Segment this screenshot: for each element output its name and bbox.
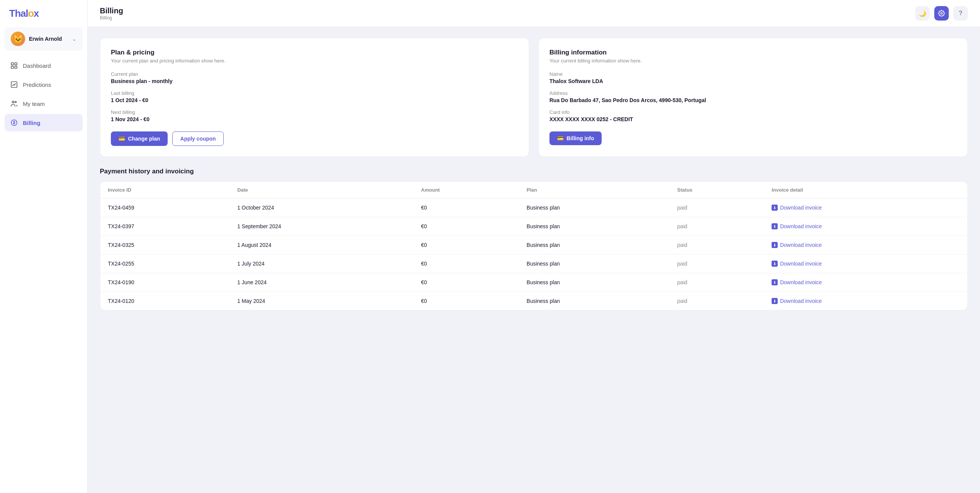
sidebar-item-my-team[interactable]: My team xyxy=(5,95,83,112)
cell-invoice-id: TX24-0325 xyxy=(100,236,230,255)
nav-list: Dashboard Predictions My team xyxy=(0,57,87,133)
download-icon: ⬇ xyxy=(772,261,778,267)
change-plan-button[interactable]: 💳 Change plan xyxy=(111,131,168,146)
content-area: Plan & pricing Your current plan and pri… xyxy=(88,27,980,493)
cell-invoice-id: TX24-0255 xyxy=(100,255,230,273)
last-billing-section: Last billing 1 Oct 2024 - €0 xyxy=(111,90,518,103)
billing-address-label: Address xyxy=(549,90,957,96)
download-icon: ⬇ xyxy=(772,279,778,285)
cell-date: 1 July 2024 xyxy=(230,255,413,273)
col-amount: Amount xyxy=(413,182,519,198)
svg-rect-3 xyxy=(15,66,17,69)
billing-icon xyxy=(10,118,18,127)
cards-row: Plan & pricing Your current plan and pri… xyxy=(100,38,968,157)
cell-amount: €0 xyxy=(413,292,519,311)
next-billing-value: 1 Nov 2024 - €0 xyxy=(111,116,518,122)
cell-invoice-detail: ⬇ Download invoice xyxy=(764,236,967,255)
svg-rect-0 xyxy=(11,63,14,65)
billing-address-value: Rua Do Barbado 47, Sao Pedro Dos Arcos, … xyxy=(549,97,957,103)
next-billing-label: Next billing xyxy=(111,109,518,115)
card-info-label: Card info xyxy=(549,109,957,115)
grid-icon xyxy=(10,61,18,70)
col-invoice-detail: Invoice detail xyxy=(764,182,967,198)
billing-info-button[interactable]: 💳 Billing info xyxy=(549,131,602,145)
cell-invoice-detail: ⬇ Download invoice xyxy=(764,255,967,273)
header-right: 🌙 ? xyxy=(915,6,968,21)
download-invoice-link[interactable]: ⬇ Download invoice xyxy=(772,261,960,267)
download-invoice-link[interactable]: ⬇ Download invoice xyxy=(772,205,960,211)
user-section[interactable]: 🐱 Erwin Arnold ⌄ xyxy=(5,27,83,51)
col-date: Date xyxy=(230,182,413,198)
change-plan-icon: 💳 xyxy=(118,136,125,142)
table-row: TX24-0325 1 August 2024 €0 Business plan… xyxy=(100,236,967,255)
breadcrumb: Billing xyxy=(100,15,123,21)
logo: Thalox xyxy=(0,0,87,27)
current-plan-label: Current plan xyxy=(111,71,518,77)
download-invoice-link[interactable]: ⬇ Download invoice xyxy=(772,223,960,229)
payment-history-title: Payment history and invoicing xyxy=(100,168,968,175)
cell-amount: €0 xyxy=(413,273,519,292)
download-icon: ⬇ xyxy=(772,298,778,304)
main-area: Billing Billing 🌙 ? Plan & pricing Your … xyxy=(88,0,980,493)
cell-amount: €0 xyxy=(413,217,519,236)
svg-point-5 xyxy=(12,101,14,103)
download-invoice-link[interactable]: ⬇ Download invoice xyxy=(772,242,960,248)
chart-icon xyxy=(10,80,18,89)
svg-point-8 xyxy=(941,13,943,14)
sidebar: Thalox 🐱 Erwin Arnold ⌄ Dashboard xyxy=(0,0,88,493)
sidebar-item-billing[interactable]: Billing xyxy=(5,114,83,131)
cell-plan: Business plan xyxy=(519,255,669,273)
current-plan-value: Business plan - monthly xyxy=(111,78,518,84)
cell-invoice-id: TX24-0120 xyxy=(100,292,230,311)
billing-name-value: Thalox Software LDA xyxy=(549,78,957,84)
billing-info-icon: 💳 xyxy=(557,135,564,141)
cell-status: paid xyxy=(669,198,764,217)
cell-plan: Business plan xyxy=(519,198,669,217)
invoices-table: Invoice ID Date Amount Plan Status Invoi… xyxy=(100,182,967,310)
cell-invoice-id: TX24-0190 xyxy=(100,273,230,292)
col-plan: Plan xyxy=(519,182,669,198)
billing-address-section: Address Rua Do Barbado 47, Sao Pedro Dos… xyxy=(549,90,957,103)
cell-date: 1 May 2024 xyxy=(230,292,413,311)
theme-toggle-button[interactable]: 🌙 xyxy=(915,6,930,21)
col-invoice-id: Invoice ID xyxy=(100,182,230,198)
settings-button[interactable] xyxy=(934,6,949,21)
download-invoice-link[interactable]: ⬇ Download invoice xyxy=(772,279,960,285)
apply-coupon-button[interactable]: Apply coupon xyxy=(172,131,224,146)
plan-card-subtitle: Your current plan and pricing informatio… xyxy=(111,58,518,64)
billing-name-section: Name Thalox Software LDA xyxy=(549,71,957,84)
last-billing-label: Last billing xyxy=(111,90,518,96)
table-header: Invoice ID Date Amount Plan Status Invoi… xyxy=(100,182,967,198)
plan-pricing-card: Plan & pricing Your current plan and pri… xyxy=(100,38,529,157)
invoices-table-container: Invoice ID Date Amount Plan Status Invoi… xyxy=(100,181,968,311)
billing-card-section: Card info XXXX XXXX XXXX 0252 - CREDIT xyxy=(549,109,957,122)
sidebar-item-dashboard[interactable]: Dashboard xyxy=(5,57,83,74)
download-invoice-link[interactable]: ⬇ Download invoice xyxy=(772,298,960,304)
sidebar-item-label: My team xyxy=(23,101,45,107)
cell-invoice-detail: ⬇ Download invoice xyxy=(764,198,967,217)
cell-amount: €0 xyxy=(413,236,519,255)
page-title: Billing xyxy=(100,6,123,15)
download-icon: ⬇ xyxy=(772,205,778,211)
plan-card-actions: 💳 Change plan Apply coupon xyxy=(111,131,518,146)
cell-plan: Business plan xyxy=(519,292,669,311)
cell-status: paid xyxy=(669,292,764,311)
cell-status: paid xyxy=(669,273,764,292)
plan-card-title: Plan & pricing xyxy=(111,49,518,56)
sidebar-item-label: Billing xyxy=(23,120,40,126)
sidebar-item-predictions[interactable]: Predictions xyxy=(5,76,83,93)
header: Billing Billing 🌙 ? xyxy=(88,0,980,27)
help-button[interactable]: ? xyxy=(953,6,968,21)
col-status: Status xyxy=(669,182,764,198)
billing-card-actions: 💳 Billing info xyxy=(549,131,957,145)
billing-card-title: Billing information xyxy=(549,49,957,56)
svg-rect-2 xyxy=(11,66,14,69)
billing-info-card: Billing information Your current billing… xyxy=(538,38,968,157)
svg-rect-1 xyxy=(15,63,17,65)
table-body: TX24-0459 1 October 2024 €0 Business pla… xyxy=(100,198,967,311)
header-left: Billing Billing xyxy=(100,6,123,21)
download-icon: ⬇ xyxy=(772,242,778,248)
cell-invoice-id: TX24-0397 xyxy=(100,217,230,236)
cell-amount: €0 xyxy=(413,255,519,273)
cell-invoice-detail: ⬇ Download invoice xyxy=(764,273,967,292)
